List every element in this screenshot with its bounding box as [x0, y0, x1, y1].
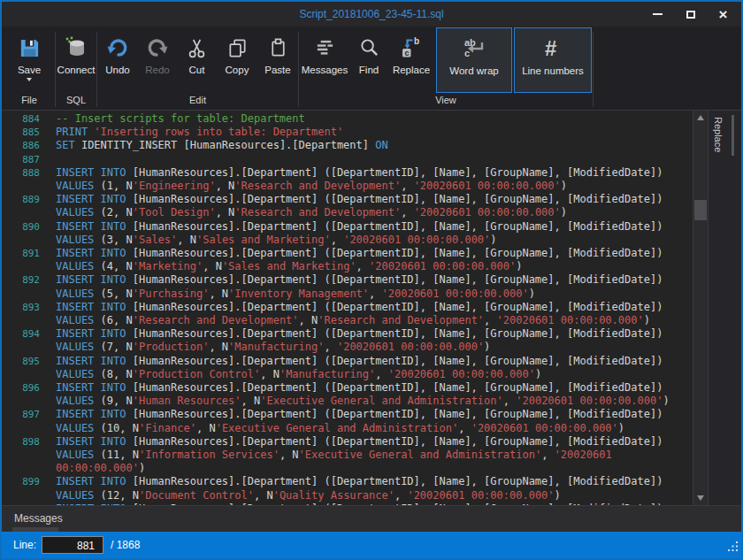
copy-button[interactable]: Copy	[217, 27, 257, 95]
code-text[interactable]: -- Insert scripts for table: Department	[56, 112, 682, 126]
code-text[interactable]: SET IDENTITY_INSERT [HumanResources].[De…	[56, 139, 682, 152]
ribbon-group-file: Save File	[4, 27, 55, 110]
paste-label: Paste	[264, 65, 290, 75]
cut-button[interactable]: Cut	[177, 27, 217, 95]
code-text[interactable]: INSERT INTO [HumanResources].[Department…	[56, 381, 682, 408]
minimize-button[interactable]	[641, 2, 674, 27]
find-button[interactable]: Find	[350, 27, 387, 95]
code-line[interactable]: 891INSERT INTO [HumanResources].[Departm…	[2, 247, 692, 273]
code-line[interactable]: 890INSERT INTO [HumanResources].[Departm…	[2, 220, 692, 247]
maximize-button[interactable]	[674, 2, 707, 27]
code-text[interactable]: INSERT INTO [HumanResources].[Department…	[56, 247, 682, 273]
code-line[interactable]: 885PRINT 'Inserting rows into table: Dep…	[2, 126, 692, 139]
replace-icon: b c	[400, 32, 423, 64]
code-line[interactable]: 895INSERT INTO [HumanResources].[Departm…	[2, 355, 692, 381]
code-line[interactable]: 888INSERT INTO [HumanResources].[Departm…	[2, 166, 692, 193]
app-window: Script_20181006_23-45-11.sql ×	[0, 0, 743, 560]
word-wrap-icon: ab c	[462, 33, 486, 65]
code-text[interactable]: INSERT INTO [HumanResources].[Department…	[56, 327, 682, 354]
side-tab-indicator	[732, 115, 734, 156]
code-text[interactable]: INSERT INTO [HumanResources].[Department…	[56, 435, 682, 476]
code-line[interactable]: 887	[2, 153, 692, 166]
code-text[interactable]: INSERT INTO [HumanResources].[Department…	[56, 301, 682, 327]
line-number: 896	[2, 381, 40, 408]
connect-label: Connect	[57, 65, 96, 75]
sql-editor[interactable]: 884-- Insert scripts for table: Departme…	[2, 111, 709, 505]
line-number-input[interactable]: 881	[42, 536, 103, 554]
line-number: 889	[2, 193, 40, 219]
code-line[interactable]: 897INSERT INTO [HumanResources].[Departm…	[2, 408, 692, 434]
code-text[interactable]: INSERT INTO [HumanResources].[Department…	[56, 220, 682, 247]
group-label-sql: SQL	[56, 95, 96, 110]
code-text[interactable]: PRINT 'Inserting rows into table: Depart…	[56, 126, 682, 139]
code-text[interactable]: INSERT INTO [HumanResources].[Department…	[56, 408, 682, 434]
save-dropdown-icon	[27, 78, 32, 81]
undo-button[interactable]: Undo	[97, 27, 138, 95]
title-bar[interactable]: Script_20181006_23-45-11.sql ×	[2, 2, 741, 27]
maximize-icon	[686, 11, 695, 19]
code-line[interactable]: 896INSERT INTO [HumanResources].[Departm…	[2, 381, 692, 408]
code-line[interactable]: 892INSERT INTO [HumanResources].[Departm…	[2, 273, 692, 300]
svg-text:c: c	[404, 49, 409, 58]
line-number: 899	[2, 475, 40, 502]
code-line[interactable]: 894INSERT INTO [HumanResources].[Departm…	[2, 327, 692, 354]
line-total: / 1868	[111, 539, 140, 551]
redo-button[interactable]: Redo	[138, 27, 177, 95]
code-line[interactable]: 898INSERT INTO [HumanResources].[Departm…	[2, 435, 692, 476]
replace-label: Replace	[393, 65, 430, 75]
svg-text:b: b	[414, 36, 419, 46]
line-number: 891	[2, 247, 40, 273]
save-button[interactable]: Save	[4, 27, 55, 95]
status-bar: Line: 881 / 1868	[2, 532, 741, 558]
svg-text:#: #	[545, 37, 556, 60]
word-wrap-label: Word wrap	[449, 65, 498, 76]
code-text[interactable]: INSERT INTO [HumanResources].[Department…	[56, 166, 682, 193]
line-number: 885	[2, 126, 40, 139]
line-number: 890	[2, 220, 40, 247]
line-number: 888	[2, 166, 40, 193]
ribbon-toolbar: Save File	[2, 27, 741, 111]
vertical-scrollbar[interactable]	[693, 111, 708, 505]
undo-label: Undo	[105, 65, 130, 75]
line-number: 892	[2, 273, 40, 300]
close-button[interactable]: ×	[707, 2, 739, 27]
code-line[interactable]: 886SET IDENTITY_INSERT [HumanResources].…	[2, 139, 692, 152]
undo-icon	[106, 32, 129, 64]
cut-label: Cut	[189, 65, 205, 75]
code-text[interactable]: INSERT INTO [HumanResources].[Department…	[56, 273, 682, 300]
line-number: 884	[2, 112, 40, 126]
connect-button[interactable]: Connect	[56, 27, 96, 95]
scissors-icon	[186, 32, 208, 64]
line-number: 898	[2, 435, 40, 476]
scroll-up-button[interactable]	[693, 111, 708, 125]
scroll-down-button[interactable]	[693, 491, 708, 505]
find-label: Find	[359, 65, 379, 75]
word-wrap-toggle[interactable]: ab c Word wrap	[436, 27, 512, 93]
line-numbers-toggle[interactable]: # Line numbers	[514, 27, 592, 93]
messages-button[interactable]: Messages	[299, 27, 350, 95]
code-text[interactable]: INSERT INTO [HumanResources].[Department…	[56, 355, 682, 381]
resize-grip-icon[interactable]	[728, 540, 739, 556]
line-number: 887	[2, 153, 40, 166]
tab-replace-panel[interactable]: Replace	[713, 117, 724, 152]
copy-label: Copy	[226, 65, 249, 75]
line-number: 895	[2, 355, 40, 381]
code-area[interactable]: 884-- Insert scripts for table: Departme…	[2, 112, 692, 505]
code-text[interactable]: INSERT INTO [HumanResources].[Department…	[56, 475, 682, 502]
code-line[interactable]: 893INSERT INTO [HumanResources].[Departm…	[2, 301, 692, 327]
code-text[interactable]	[56, 153, 682, 166]
group-label-edit: Edit	[97, 95, 298, 110]
arrow-down-icon	[697, 495, 704, 501]
messages-icon	[314, 32, 336, 64]
ribbon-group-view: Messages Find b	[299, 27, 593, 110]
replace-button[interactable]: b c Replace	[387, 27, 435, 95]
code-line[interactable]: 884-- Insert scripts for table: Departme…	[2, 112, 692, 126]
code-line[interactable]: 889INSERT INTO [HumanResources].[Departm…	[2, 193, 692, 219]
group-label-view: View	[299, 95, 593, 110]
code-text[interactable]: INSERT INTO [HumanResources].[Department…	[56, 193, 682, 219]
redo-label: Redo	[145, 65, 170, 75]
group-label-file: File	[4, 95, 55, 110]
paste-button[interactable]: Paste	[257, 27, 298, 95]
scrollbar-thumb[interactable]	[694, 200, 707, 220]
code-line[interactable]: 899INSERT INTO [HumanResources].[Departm…	[2, 475, 692, 502]
